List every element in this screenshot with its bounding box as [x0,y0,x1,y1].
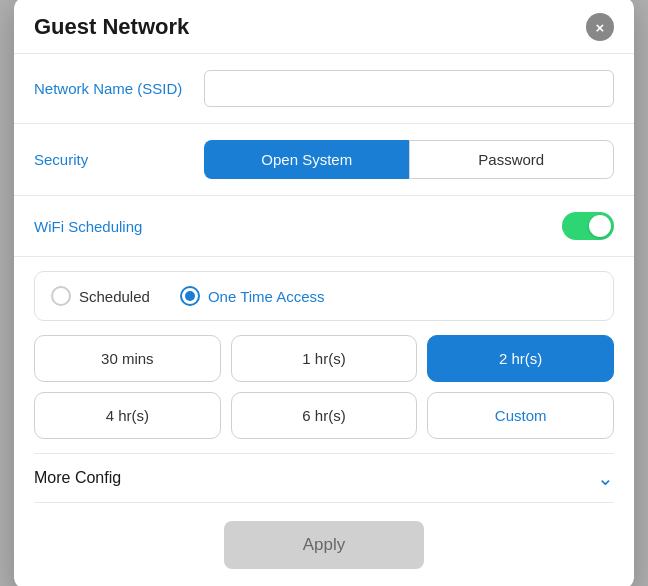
time-buttons-section: 30 mins 1 hr(s) 2 hr(s) 4 hr(s) 6 hr(s) … [34,335,614,439]
network-name-label: Network Name (SSID) [34,80,204,97]
wifi-scheduling-toggle-wrap [204,212,614,240]
wifi-scheduling-label: WiFi Scheduling [34,218,204,235]
network-name-control [204,70,614,107]
chevron-down-icon: ⌄ [597,468,614,488]
modal-title: Guest Network [34,14,189,40]
security-section: Security Open System Password [14,124,634,196]
1hr-button[interactable]: 1 hr(s) [231,335,418,382]
security-options: Open System Password [204,140,614,179]
one-time-access-label: One Time Access [208,288,325,305]
radio-group: Scheduled One Time Access [51,286,597,306]
30mins-button[interactable]: 30 mins [34,335,221,382]
one-time-access-option[interactable]: One Time Access [180,286,325,306]
time-grid: 30 mins 1 hr(s) 2 hr(s) 4 hr(s) 6 hr(s) … [34,335,614,439]
scheduled-label: Scheduled [79,288,150,305]
more-config-section[interactable]: More Config ⌄ [34,453,614,503]
apply-section: Apply [34,521,614,569]
network-name-section: Network Name (SSID) [14,54,634,124]
more-config-label: More Config [34,469,121,487]
open-system-button[interactable]: Open System [204,140,409,179]
custom-button[interactable]: Custom [427,392,614,439]
scheduled-option[interactable]: Scheduled [51,286,150,306]
scheduled-radio[interactable] [51,286,71,306]
network-name-input[interactable] [204,70,614,107]
6hr-button[interactable]: 6 hr(s) [231,392,418,439]
security-label: Security [34,151,204,168]
close-button[interactable]: × [586,13,614,41]
one-time-access-radio[interactable] [180,286,200,306]
apply-button[interactable]: Apply [224,521,424,569]
modal-container: Guest Network × Network Name (SSID) Secu… [14,0,634,586]
scheduling-section: Scheduled One Time Access [34,271,614,321]
4hr-button[interactable]: 4 hr(s) [34,392,221,439]
2hr-button[interactable]: 2 hr(s) [427,335,614,382]
wifi-scheduling-toggle[interactable] [562,212,614,240]
password-button[interactable]: Password [409,140,615,179]
wifi-scheduling-section: WiFi Scheduling [14,196,634,257]
modal-header: Guest Network × [14,0,634,54]
